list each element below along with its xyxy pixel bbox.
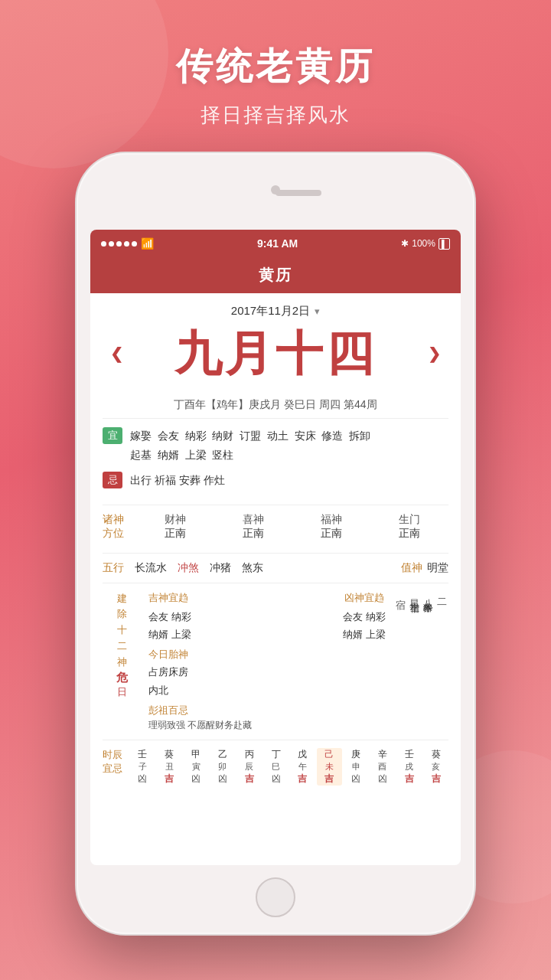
shichen-title: 时辰宜忌 (103, 748, 122, 776)
shichen-grid: 壬 子 凶 葵 丑 吉 甲 寅 凶 (130, 748, 448, 786)
god-caicai: 财神 正南 (165, 513, 186, 541)
sha-value: 煞东 (242, 561, 263, 575)
wuxing-section: 五行 长流水 冲煞 冲猪 煞东 值神 明堂 (103, 554, 448, 583)
home-button[interactable] (256, 877, 295, 917)
yi-ji-section: 宜 嫁娶 会友 纳彩 纳财 订盟 动土 安床 修造 拆卸 起基 纳婿 上梁 竖柱… (103, 419, 448, 505)
hero-subtitle: 择日择吉择风水 (0, 102, 551, 129)
shichen-shen: 庚 申 凶 (344, 748, 369, 786)
shichen-zi: 壬 子 凶 (130, 748, 155, 786)
chong-value: 冲猪 (210, 561, 231, 575)
speaker-decoration (276, 190, 321, 196)
chong-label: 冲煞 (178, 561, 199, 575)
jianchu-section: 建除十二神 危 日 吉神宜趋 会友 纳彩纳婿 上梁 今日胎神 占房床房内北 彭祖… (103, 583, 448, 741)
jishen-lucky-label: 吉神宜趋 (148, 591, 335, 605)
pengzu-label: 彭祖百忌 (148, 704, 335, 717)
shichen-hai: 葵 亥 吉 (423, 748, 448, 786)
shichen-you: 辛 酉 凶 (370, 748, 395, 786)
shichen-xu: 壬 戌 吉 (396, 748, 422, 786)
ji-content: 出行 祈福 安葬 作灶 (130, 471, 225, 490)
gods-title: 诸神方位 (103, 513, 124, 541)
wuxing-title: 五行 (103, 561, 124, 575)
main-content[interactable]: 2017年11月2日 ▾ ❮ 九月十四 ❯ 丁酉年【鸡年】庚戌月 癸巳日 周四 … (90, 293, 461, 860)
shichen-mao: 乙 卯 凶 (210, 748, 235, 786)
shichen-si: 丁 巳 凶 (263, 748, 289, 786)
hero-title: 传统老黄历 (0, 42, 551, 91)
lunar-date-big: 九月十四 (174, 322, 377, 386)
battery-label: 100% (412, 238, 435, 249)
jianchu-right: 二八星宿 斗木獬星宿 (393, 591, 448, 733)
jishen-bad-content: 会友 纳彩纳婿 上梁 (343, 608, 386, 644)
shichen-chou: 葵 丑 吉 (157, 748, 182, 786)
status-right: ✱ 100% ▌ (401, 238, 450, 250)
yi-tag: 宜 (103, 427, 122, 444)
signal-dots (101, 241, 137, 247)
gods-grid: 财神 正南 喜神 正南 福神 正南 生门 正南 (136, 513, 448, 541)
date-selector[interactable]: 2017年11月2日 ▾ (103, 293, 448, 323)
shichen-section: 时辰宜忌 壬 子 凶 葵 丑 吉 甲 (103, 740, 448, 793)
next-day-button[interactable]: ❯ (428, 345, 441, 363)
god-xishen: 喜神 正南 (243, 513, 264, 541)
lunar-date-display: ❮ 九月十四 ❯ (103, 323, 448, 392)
shichen-yin: 甲 寅 凶 (184, 748, 209, 786)
prev-day-button[interactable]: ❮ (110, 345, 123, 363)
zhishen-value: 明堂 (427, 561, 448, 575)
nav-title: 黄历 (259, 266, 292, 283)
shichen-chen: 丙 辰 吉 (236, 748, 262, 786)
status-bar: 📶 9:41 AM ✱ 100% ▌ (90, 230, 461, 257)
today-shen-label: 今日胎神 (148, 648, 335, 662)
jianchu-main: 吉神宜趋 会友 纳彩纳婿 上梁 今日胎神 占房床房内北 彭祖百忌 理弱致强 不愿… (148, 591, 335, 733)
phone-screen: 📶 9:41 AM ✱ 100% ▌ 黄历 2017年11月2日 ▾ ❮ (90, 230, 461, 865)
pengzu-content: 理弱致强 不愿醒财务赴藏 (148, 719, 335, 732)
lunar-nav: ❮ 九月十四 ❯ (103, 322, 448, 386)
jishen-lucky-content: 会友 纳彩纳婿 上梁 (148, 608, 335, 644)
gods-section: 诸神方位 财神 正南 喜神 正南 福神 正南 (103, 505, 448, 554)
shichen-wu: 戊 午 吉 (290, 748, 315, 786)
nav-bar: 黄历 (90, 257, 461, 293)
today-shen-content: 占房床房内北 (148, 663, 335, 699)
god-shengmen: 生门 正南 (399, 513, 420, 541)
date-display: 2017年11月2日 (231, 304, 310, 318)
status-left: 📶 (101, 237, 154, 250)
ji-tag: 忌 (103, 472, 122, 488)
chevron-down-icon[interactable]: ▾ (315, 305, 320, 317)
battery-icon: ▌ (439, 238, 450, 250)
jishen-bad-label: 凶神宜趋 (344, 591, 384, 605)
jianchu-label: 建除十二神 (117, 591, 127, 671)
jianchu-left: 建除十二神 危 日 (103, 591, 141, 733)
status-time: 9:41 AM (257, 237, 298, 250)
danger-label: 日 (117, 685, 127, 699)
yi-content: 嫁娶 会友 纳彩 纳财 订盟 动土 安床 修造 拆卸 起基 纳婿 上梁 竖柱 (130, 426, 370, 465)
yi-row: 宜 嫁娶 会友 纳彩 纳财 订盟 动土 安床 修造 拆卸 起基 纳婿 上梁 竖柱 (103, 426, 448, 465)
zhishen-label: 值神 (401, 561, 422, 575)
ji-row: 忌 出行 祈福 安葬 作灶 (103, 471, 448, 490)
phone-mockup: 📶 9:41 AM ✱ 100% ▌ 黄历 2017年11月2日 ▾ ❮ (77, 153, 474, 934)
danger-char: 危 (116, 671, 128, 685)
bluetooth-icon: ✱ (401, 238, 409, 249)
wifi-icon: 📶 (141, 237, 154, 250)
wuxing-value: 长流水 (135, 561, 167, 575)
god-fushen: 福神 正南 (321, 513, 342, 541)
stars-label: 二八星宿 (393, 591, 448, 593)
shichen-wei: 己 未 吉 (317, 748, 342, 786)
year-info: 丁酉年【鸡年】庚戌月 癸巳日 周四 第44周 (103, 392, 448, 419)
jishen-bad-col: 凶神宜趋 会友 纳彩纳婿 上梁 (343, 591, 386, 733)
